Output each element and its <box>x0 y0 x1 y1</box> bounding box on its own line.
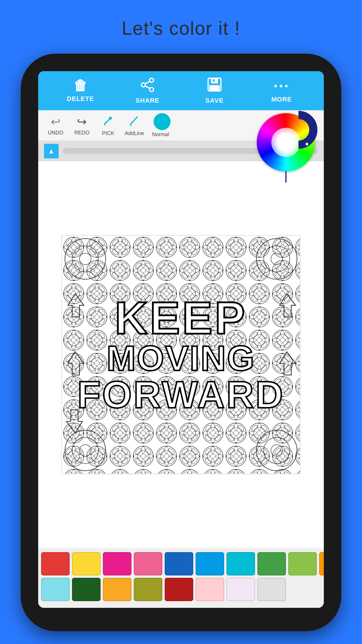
undo-button[interactable]: ↩ UNDO <box>44 115 67 136</box>
svg-point-10 <box>109 117 112 120</box>
moving-text: MOVING <box>107 341 256 376</box>
color-amber[interactable] <box>103 578 131 601</box>
color-wheel-container[interactable] <box>257 113 315 172</box>
share-icon <box>140 77 155 94</box>
normal-button[interactable]: Normal <box>149 113 172 138</box>
palette-row-1 <box>41 552 321 575</box>
save-icon <box>207 77 222 94</box>
color-palette <box>38 548 324 608</box>
more-label: MORE <box>271 96 292 103</box>
addline-icon <box>129 115 140 129</box>
color-dark-green[interactable] <box>72 578 101 601</box>
svg-rect-7 <box>209 85 220 90</box>
more-button[interactable]: ··· MORE <box>267 78 296 103</box>
normal-label: Normal <box>152 132 169 138</box>
color-lime[interactable] <box>288 552 317 575</box>
color-light-blue[interactable] <box>196 552 224 575</box>
undo-label: UNDO <box>48 130 64 136</box>
app-title: Let's color it ! <box>122 18 240 39</box>
pick-label: PICK <box>102 130 114 136</box>
slider-expand-button[interactable]: ▲ <box>44 144 59 158</box>
color-red[interactable] <box>41 552 70 575</box>
forward-text: FORWARD <box>77 376 284 414</box>
share-label: SHARE <box>136 97 159 104</box>
svg-rect-8 <box>213 79 215 82</box>
canvas-area: KEEP MOVING FORWARD <box>38 161 324 548</box>
redo-button[interactable]: ↪ REDO <box>70 115 94 136</box>
color-magenta[interactable] <box>103 552 131 575</box>
delete-icon: 🗑 <box>73 79 87 93</box>
pick-button[interactable]: PICK <box>96 115 120 136</box>
save-button[interactable]: SAVE <box>200 77 229 104</box>
phone-screen: 🗑 DELETE SHARE <box>38 71 324 608</box>
palette-row-2 <box>41 578 321 601</box>
svg-line-4 <box>145 86 150 89</box>
redo-icon: ↪ <box>77 115 87 128</box>
color-wheel[interactable] <box>257 113 315 172</box>
pick-icon <box>102 115 114 129</box>
more-icon: ··· <box>273 78 289 93</box>
color-light-pink[interactable] <box>196 578 224 601</box>
color-light-gray[interactable] <box>257 578 286 601</box>
color-dark-red[interactable] <box>165 578 193 601</box>
addline-button[interactable]: AddLine <box>123 115 146 136</box>
top-toolbar: 🗑 DELETE SHARE <box>38 71 324 110</box>
svg-marker-11 <box>104 125 106 126</box>
svg-line-3 <box>145 81 150 84</box>
canvas-text-overlay: KEEP MOVING FORWARD <box>62 236 300 474</box>
color-picker-dot <box>305 142 309 146</box>
secondary-toolbar: ↩ UNDO ↪ REDO PICK <box>38 110 324 141</box>
color-light-cyan[interactable] <box>41 578 70 601</box>
color-green[interactable] <box>257 552 286 575</box>
color-lavender[interactable] <box>226 578 255 601</box>
color-orange[interactable] <box>319 552 324 575</box>
share-button[interactable]: SHARE <box>133 77 162 104</box>
delete-label: DELETE <box>67 95 94 103</box>
addline-label: AddLine <box>125 130 144 136</box>
save-label: SAVE <box>205 97 224 104</box>
color-cyan[interactable] <box>226 552 255 575</box>
color-olive[interactable] <box>134 578 162 601</box>
svg-line-12 <box>130 125 131 126</box>
redo-label: REDO <box>74 130 89 136</box>
normal-color-circle <box>154 113 171 130</box>
color-yellow[interactable] <box>72 552 101 575</box>
phone-frame: 🗑 DELETE SHARE <box>21 54 341 631</box>
coloring-canvas[interactable]: KEEP MOVING FORWARD <box>61 235 301 474</box>
delete-button[interactable]: 🗑 DELETE <box>66 79 95 103</box>
color-pink[interactable] <box>134 552 162 575</box>
keep-text: KEEP <box>115 295 247 341</box>
undo-icon: ↩ <box>51 115 61 128</box>
expand-icon: ▲ <box>48 147 55 155</box>
color-dark-blue[interactable] <box>165 552 193 575</box>
